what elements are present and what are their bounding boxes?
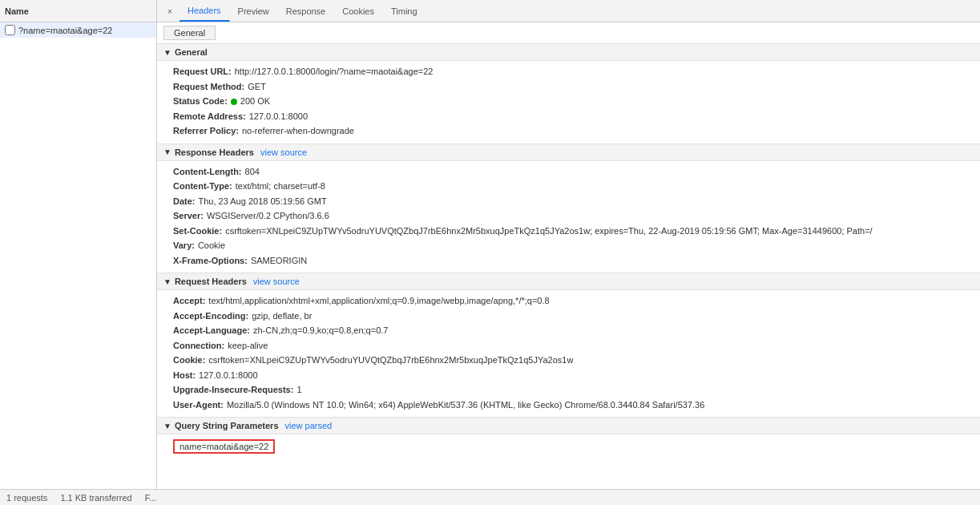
close-icon[interactable]: ×: [163, 5, 176, 18]
request-headers-section-header: ▼ Request Headers view source: [157, 273, 980, 290]
tab-preview[interactable]: Preview: [230, 0, 278, 22]
field-key: User-Agent:: [173, 398, 224, 412]
data-row: Server: WSGIServer/0.2 CPython/3.6.6: [173, 208, 980, 224]
field-key: Date:: [173, 195, 196, 208]
field-value: 127.0.0.1:8000: [199, 369, 257, 382]
data-row: Request Method: GET: [173, 79, 980, 95]
data-row: Referrer Policy: no-referrer-when-downgr…: [173, 123, 980, 139]
list-item[interactable]: ?name=maotai&age=22: [0, 22, 156, 38]
data-row: Cookie: csrftoken=XNLpeiC9ZUpTWYv5odruYU…: [173, 353, 980, 368]
field-key: Content-Length:: [173, 165, 242, 179]
field-value: zh-CN,zh;q=0.9,ko;q=0.8,en;q=0.7: [253, 324, 388, 337]
data-row: X-Frame-Options: SAMEORIGIN: [173, 253, 980, 269]
data-row: Accept-Encoding: gzip, deflate, br: [173, 309, 980, 324]
field-key: Request URL:: [173, 65, 232, 79]
field-key: Vary:: [173, 239, 195, 252]
status-transferred: 1.1 KB transferred: [60, 493, 131, 503]
status-dot: [231, 99, 237, 105]
field-value: SAMEORIGIN: [251, 254, 307, 268]
field-value: no-referrer-when-downgrade: [242, 124, 354, 138]
field-value: csrftoken=XNLpeiC9ZUpTWYv5odruYUVQtQZbqJ…: [225, 224, 873, 238]
field-key: Request Method:: [173, 80, 244, 94]
field-value: keep-alive: [228, 339, 268, 353]
field-key: Referrer Policy:: [173, 124, 239, 138]
field-key: Cookie:: [173, 354, 205, 367]
field-key: Upgrade-Insecure-Requests:: [173, 383, 293, 397]
tab-headers[interactable]: Headers: [179, 0, 230, 22]
field-value: gzip, deflate, br: [252, 309, 312, 323]
left-panel: ?name=maotai&age=22: [0, 22, 157, 489]
query-string-title: Query String Parameters: [175, 421, 279, 430]
field-key: Set-Cookie:: [173, 224, 222, 238]
response-headers-section-header: ▼ Response Headers view source: [157, 143, 980, 161]
field-key: Remote Address:: [173, 110, 246, 123]
request-headers-title: Request Headers: [175, 277, 247, 286]
field-value: 200 OK: [231, 95, 270, 108]
field-key: Content-Type:: [173, 180, 232, 193]
data-row: Host: 127.0.0.1:8000: [173, 368, 980, 383]
data-row: Upgrade-Insecure-Requests: 1: [173, 382, 980, 398]
view-parsed-link[interactable]: view parsed: [285, 421, 333, 430]
view-source-link[interactable]: view source: [253, 277, 300, 286]
top-bar: Name × Headers Preview Response Cookies …: [0, 0, 980, 22]
triangle-icon: ▼: [163, 422, 171, 430]
field-value: Mozilla/5.0 (Windows NT 10.0; Win64; x64…: [227, 398, 704, 412]
data-row: Content-Type: text/html; charset=utf-8: [173, 179, 980, 194]
main-content: ?name=maotai&age=22 General ▼ General Re…: [0, 22, 980, 489]
tab-response[interactable]: Response: [278, 0, 335, 22]
general-section-title: General: [175, 47, 208, 57]
field-key: X-Frame-Options:: [173, 254, 248, 268]
general-button[interactable]: General: [163, 26, 216, 40]
query-string-section-header: ▼ Query String Parameters view parsed: [157, 417, 980, 434]
tab-timing[interactable]: Timing: [383, 0, 426, 22]
field-value: Thu, 23 Aug 2018 05:19:56 GMT: [199, 195, 327, 208]
general-button-area: General: [157, 22, 980, 43]
field-value: 804: [245, 165, 260, 179]
field-value: Cookie: [198, 239, 225, 252]
field-key: Status Code:: [173, 95, 228, 108]
field-key: Accept:: [173, 294, 205, 308]
data-row: Set-Cookie: csrftoken=XNLpeiC9ZUpTWYv5od…: [173, 224, 980, 239]
status-bar: 1 requests 1.1 KB transferred F...: [0, 489, 980, 505]
field-value: http://127.0.0.1:8000/login/?name=maotai…: [235, 65, 434, 79]
field-value: text/html,application/xhtml+xml,applicat…: [208, 294, 549, 308]
right-panel: General ▼ General Request URL: http://12…: [157, 22, 980, 489]
triangle-icon: ▼: [163, 48, 171, 57]
name-column-header: Name: [0, 0, 157, 22]
response-headers-title: Response Headers: [175, 147, 254, 157]
field-key: Accept-Language:: [173, 324, 250, 337]
view-source-link[interactable]: view source: [260, 147, 307, 157]
field-value: GET: [248, 80, 266, 94]
data-row: Vary: Cookie: [173, 238, 980, 253]
item-checkbox[interactable]: [5, 25, 15, 35]
data-row: Connection: keep-alive: [173, 338, 980, 354]
data-row: Accept-Language: zh-CN,zh;q=0.9,ko;q=0.8…: [173, 323, 980, 338]
query-string-data-section: name=maotai&age=22: [157, 434, 980, 460]
field-key: Connection:: [173, 339, 224, 353]
field-value: csrftoken=XNLpeiC9ZUpTWYv5odruYUVQtQZbqJ…: [208, 354, 573, 367]
general-data-section: Request URL: http://127.0.0.1:8000/login…: [157, 61, 980, 143]
triangle-icon: ▼: [163, 277, 171, 286]
request-headers-data-section: Accept: text/html,application/xhtml+xml,…: [157, 290, 980, 417]
data-row: Content-Length: 804: [173, 164, 980, 180]
data-row: Remote Address: 127.0.0.1:8000: [173, 109, 980, 124]
tabs-area: × Headers Preview Response Cookies Timin…: [157, 0, 980, 22]
field-value: 127.0.0.1:8000: [249, 110, 308, 123]
data-row: User-Agent: Mozilla/5.0 (Windows NT 10.0…: [173, 398, 980, 413]
field-key: Host:: [173, 369, 196, 382]
data-row: Date: Thu, 23 Aug 2018 05:19:56 GMT: [173, 194, 980, 209]
triangle-icon: ▼: [163, 147, 171, 156]
data-row: Accept: text/html,application/xhtml+xml,…: [173, 293, 980, 309]
general-section-header: ▼ General: [157, 43, 980, 61]
data-row: Status Code: 200 OK: [173, 94, 980, 109]
status-requests: 1 requests: [6, 493, 47, 503]
field-key: Server:: [173, 209, 204, 223]
field-value: WSGIServer/0.2 CPython/3.6.6: [207, 209, 329, 223]
status-finish: F...: [145, 493, 157, 503]
field-value: text/html; charset=utf-8: [236, 180, 325, 193]
response-headers-data-section: Content-Length: 804 Content-Type: text/h…: [157, 161, 980, 273]
item-text: ?name=maotai&age=22: [18, 26, 112, 35]
query-string-highlighted-value: name=maotai&age=22: [173, 439, 275, 454]
data-row: Request URL: http://127.0.0.1:8000/login…: [173, 64, 980, 79]
tab-cookies[interactable]: Cookies: [334, 0, 383, 22]
